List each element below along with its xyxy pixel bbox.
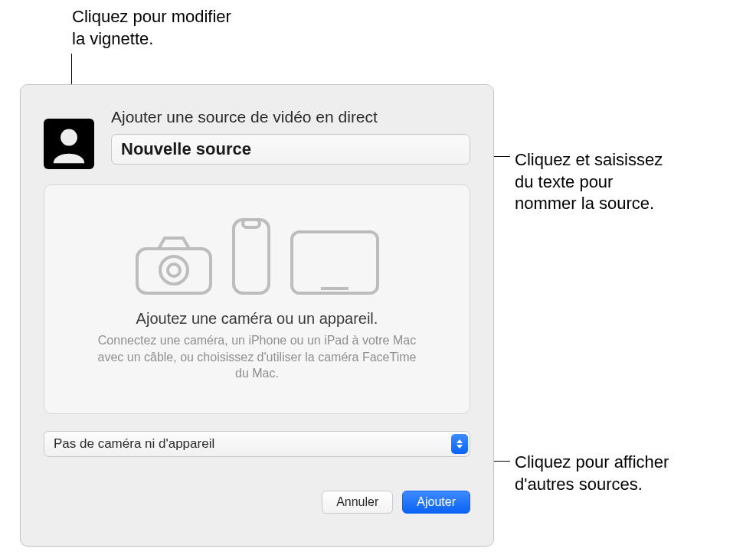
callout-edit-thumbnail: Cliquez pour modifierla vignette. [72, 6, 231, 50]
callout-name-source: Cliquez et saisissezdu texte pournommer … [515, 149, 663, 215]
source-dropdown[interactable]: Pas de caméra ni d'appareil [44, 431, 470, 457]
svg-point-3 [168, 264, 180, 276]
preview-heading: Ajoutez une caméra ou un appareil. [136, 310, 378, 328]
thumbnail-avatar[interactable] [44, 119, 94, 169]
tablet-icon [289, 229, 381, 296]
svg-point-0 [61, 129, 77, 146]
device-icons [134, 217, 381, 296]
svg-rect-5 [243, 220, 260, 227]
preview-body: Connectez une caméra, un iPhone ou un iP… [97, 332, 418, 382]
dialog-title: Ajouter une source de vidéo en direct [111, 108, 470, 126]
dialog-header: Ajouter une source de vidéo en direct [44, 108, 470, 169]
callout-show-sources: Cliquez pour afficherd'autres sources. [515, 452, 669, 495]
preview-area: Ajoutez une caméra ou un appareil. Conne… [44, 184, 470, 414]
svg-point-2 [160, 256, 188, 284]
updown-chevron-icon [451, 434, 468, 454]
add-button[interactable]: Ajouter [402, 491, 470, 514]
dropdown-selected-label: Pas de caméra ni d'appareil [54, 436, 451, 452]
svg-rect-4 [234, 220, 269, 293]
person-icon [48, 123, 90, 165]
cancel-button[interactable]: Annuler [322, 491, 393, 514]
add-video-source-dialog: Ajouter une source de vidéo en direct Aj… [20, 84, 494, 547]
svg-rect-6 [292, 232, 378, 293]
source-name-input[interactable] [111, 134, 470, 165]
camera-icon [134, 233, 214, 296]
phone-icon [231, 217, 272, 296]
dialog-buttons: Annuler Ajouter [44, 491, 470, 514]
